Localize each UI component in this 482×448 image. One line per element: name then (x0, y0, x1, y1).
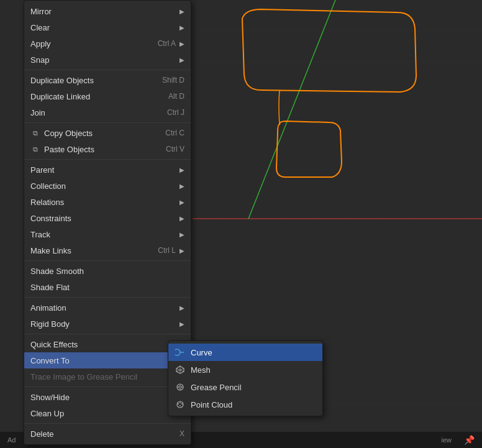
menu-item-convert-to[interactable]: Convert To ▶ (24, 352, 191, 368)
separator-5 (24, 297, 191, 298)
submenu-item-curve[interactable]: Curve (168, 344, 322, 361)
apply-arrow: ▶ (180, 40, 184, 47)
rigid-body-arrow: ▶ (180, 321, 184, 327)
svg-point-40 (180, 402, 181, 403)
parent-label: Parent (30, 165, 54, 175)
menu-item-snap[interactable]: Snap ▶ (24, 52, 191, 68)
mesh-label: Mesh (191, 365, 211, 375)
duplicate-objects-label: Duplicate Objects (30, 76, 94, 85)
point-cloud-icon (175, 399, 186, 410)
menu-item-copy-objects[interactable]: ⧉ Copy Objects Ctrl C (24, 125, 191, 141)
trace-image-label: Trace Image to Grease Pencil (30, 372, 137, 382)
make-links-arrow: ▶ (180, 247, 184, 254)
separator-2 (24, 122, 191, 123)
track-arrow: ▶ (180, 231, 184, 238)
menu-item-track[interactable]: Track ▶ (24, 226, 191, 242)
menu-item-make-links[interactable]: Make Links Ctrl L ▶ (24, 242, 191, 258)
shade-smooth-label: Shade Smooth (30, 267, 84, 276)
constraints-label: Constraints (30, 214, 71, 223)
paste-icon: ⧉ (30, 144, 40, 154)
separator-8 (24, 423, 191, 424)
quick-effects-label: Quick Effects (30, 340, 78, 349)
parent-arrow: ▶ (180, 167, 184, 173)
separator-3 (24, 159, 191, 160)
rigid-body-label: Rigid Body (30, 319, 70, 329)
paste-objects-label: Paste Objects (44, 145, 94, 154)
delete-shortcut: X (180, 429, 184, 438)
curve-label: Curve (191, 348, 212, 357)
animation-arrow: ▶ (180, 304, 184, 311)
copy-objects-label: Copy Objects (44, 129, 93, 138)
curve-icon (175, 347, 186, 358)
menu-item-delete[interactable]: Delete X (24, 426, 191, 442)
svg-point-26 (175, 349, 180, 355)
snap-arrow: ▶ (180, 57, 184, 63)
track-label: Track (30, 230, 50, 239)
submenu-item-grease-pencil[interactable]: Grease Pencil (168, 378, 322, 396)
show-hide-label: Show/Hide (30, 393, 70, 402)
separator-1 (24, 70, 191, 70)
make-links-label: Make Links (30, 246, 71, 255)
menu-item-animation[interactable]: Animation ▶ (24, 299, 191, 316)
pin-icon[interactable]: 📌 (460, 434, 478, 446)
mirror-label: Mirror (30, 7, 52, 16)
menu-item-shade-smooth[interactable]: Shade Smooth (24, 263, 191, 279)
submenu-item-point-cloud[interactable]: Point Cloud (168, 396, 322, 413)
submenu-item-mesh[interactable]: Mesh (168, 361, 322, 378)
animation-label: Animation (30, 303, 66, 313)
relations-arrow: ▶ (180, 199, 184, 206)
separator-4 (24, 260, 191, 261)
join-label: Join (30, 108, 45, 117)
svg-point-41 (181, 403, 183, 405)
menu-item-duplicate-linked[interactable]: Duplicate Linked Alt D (24, 88, 191, 104)
mirror-arrow: ▶ (180, 8, 184, 15)
clear-arrow: ▶ (180, 24, 184, 31)
menu-item-collection[interactable]: Collection ▶ (24, 178, 191, 194)
menu-item-trace-image[interactable]: Trace Image to Grease Pencil (24, 368, 191, 385)
apply-shortcut: Ctrl A (158, 39, 176, 48)
menu-item-duplicate-objects[interactable]: Duplicate Objects Shift D (24, 72, 191, 88)
paste-objects-shortcut: Ctrl V (166, 145, 184, 153)
copy-icon: ⧉ (30, 128, 40, 138)
apply-label: Apply (30, 39, 51, 48)
menu-item-paste-objects[interactable]: ⧉ Paste Objects Ctrl V (24, 141, 191, 157)
delete-label: Delete (30, 429, 54, 439)
duplicate-linked-shortcut: Alt D (168, 92, 184, 101)
menu-item-join[interactable]: Join Ctrl J (24, 104, 191, 121)
convert-to-label: Convert To (30, 356, 70, 365)
menu-item-shade-flat[interactable]: Shade Flat (24, 279, 191, 295)
context-menu: Mirror ▶ Clear ▶ Apply Ctrl A ▶ Snap ▶ D… (24, 0, 191, 445)
svg-point-33 (179, 386, 181, 388)
point-cloud-label: Point Cloud (191, 400, 232, 409)
grease-pencil-icon (175, 382, 186, 393)
ad-label: Ad (4, 435, 19, 445)
mesh-icon (175, 364, 186, 375)
menu-item-clear[interactable]: Clear ▶ (24, 19, 191, 35)
menu-item-mirror[interactable]: Mirror ▶ (24, 3, 191, 19)
menu-item-constraints[interactable]: Constraints ▶ (24, 210, 191, 226)
grease-pencil-label: Grease Pencil (191, 383, 242, 392)
duplicate-linked-label: Duplicate Linked (30, 92, 90, 101)
svg-point-42 (180, 405, 181, 406)
copy-objects-shortcut: Ctrl C (165, 129, 184, 137)
separator-6 (24, 334, 191, 334)
duplicate-objects-shortcut: Shift D (162, 76, 184, 85)
menu-item-parent[interactable]: Parent ▶ (24, 162, 191, 178)
collection-arrow: ▶ (180, 183, 184, 190)
snap-label: Snap (30, 55, 49, 65)
menu-item-quick-effects[interactable]: Quick Effects ▶ (24, 336, 191, 352)
menu-item-clean-up[interactable]: Clean Up ▶ (24, 405, 191, 421)
clean-up-label: Clean Up (30, 409, 64, 418)
constraints-arrow: ▶ (180, 215, 184, 222)
collection-label: Collection (30, 181, 66, 191)
menu-item-show-hide[interactable]: Show/Hide ▶ (24, 389, 191, 405)
view-label: iew (437, 435, 455, 445)
make-links-shortcut: Ctrl L (158, 246, 176, 255)
menu-item-rigid-body[interactable]: Rigid Body ▶ (24, 316, 191, 332)
menu-item-apply[interactable]: Apply Ctrl A ▶ (24, 35, 191, 52)
clear-label: Clear (30, 23, 50, 32)
menu-item-relations[interactable]: Relations ▶ (24, 194, 191, 210)
svg-point-39 (178, 403, 179, 405)
separator-7 (24, 386, 191, 387)
join-shortcut: Ctrl J (167, 108, 184, 117)
